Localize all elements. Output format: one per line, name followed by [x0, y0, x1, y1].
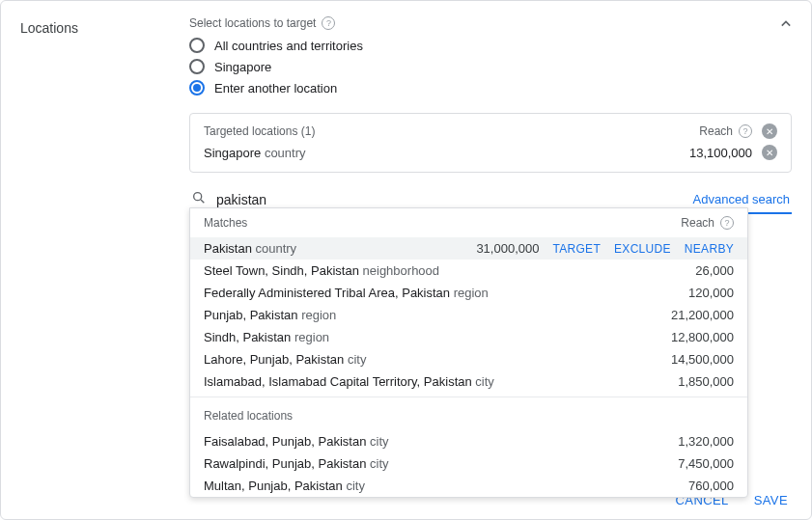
reach-value: 31,000,000 — [452, 241, 539, 256]
radio-icon — [189, 38, 205, 53]
help-icon[interactable]: ? — [739, 124, 752, 138]
svg-line-1 — [201, 200, 204, 203]
location-name: Sindh, Pakistan region — [204, 330, 647, 344]
radio-label: Enter another location — [214, 81, 337, 96]
location-type: city — [348, 352, 367, 367]
advanced-search-link[interactable]: Advanced search — [693, 192, 790, 206]
clear-all-icon[interactable]: ✕ — [762, 123, 777, 139]
subtitle-text: Select locations to target — [189, 16, 316, 30]
location-search-input[interactable] — [216, 192, 674, 207]
related-row[interactable]: Rawalpindi, Punjab, Pakistan city7,450,0… — [190, 452, 747, 475]
match-row[interactable]: Pakistan country31,000,000TARGETEXCLUDEN… — [190, 237, 747, 260]
location-name: Federally Administered Tribal Area, Paki… — [204, 286, 647, 300]
related-label: Related locations — [204, 409, 293, 423]
location-type: neighborhood — [363, 263, 440, 278]
nearby-action[interactable]: NEARBY — [685, 242, 734, 256]
reach-value: 14,500,000 — [647, 352, 734, 367]
reach-value: 12,800,000 — [647, 330, 734, 344]
targeted-location-row: Singapore country13,100,000✕ — [204, 145, 777, 160]
match-row[interactable]: Lahore, Punjab, Pakistan city14,500,000 — [190, 348, 747, 370]
help-icon[interactable]: ? — [322, 16, 335, 30]
help-icon[interactable]: ? — [720, 216, 734, 230]
reach-value: 1,850,000 — [647, 374, 734, 389]
location-type: city — [346, 479, 365, 493]
location-autocomplete-dropdown: Matches Reach ? Pakistan country31,000,0… — [189, 207, 748, 498]
reach-label: Reach — [681, 216, 714, 230]
location-name: Islamabad, Islamabad Capital Territory, … — [204, 374, 647, 389]
reach-label: Reach — [699, 124, 733, 138]
reach-value: 7,450,000 — [647, 456, 734, 471]
targeted-locations-box: Targeted locations (1) Reach ? ✕ Singapo… — [189, 113, 792, 173]
location-name: Rawalpindi, Punjab, Pakistan city — [204, 456, 647, 471]
reach-value: 26,000 — [647, 263, 734, 278]
location-type: country — [255, 241, 296, 256]
reach-value: 1,320,000 — [647, 434, 734, 449]
match-row[interactable]: Sindh, Pakistan region12,800,000 — [190, 326, 747, 348]
location-type: region — [454, 286, 489, 300]
section-body: Select locations to target ? All countri… — [189, 16, 792, 214]
save-button[interactable]: SAVE — [754, 493, 788, 507]
matches-label: Matches — [204, 216, 247, 230]
related-row[interactable]: Multan, Punjab, Pakistan city760,000 — [190, 475, 747, 497]
reach-value: 120,000 — [647, 286, 734, 300]
location-name: Steel Town, Sindh, Pakistan neighborhood — [204, 263, 647, 278]
location-name: Multan, Punjab, Pakistan city — [204, 479, 647, 493]
divider — [190, 397, 747, 397]
exclude-action[interactable]: EXCLUDE — [614, 242, 671, 256]
related-row[interactable]: Faisalabad, Punjab, Pakistan city1,320,0… — [190, 430, 747, 452]
targeted-title: Targeted locations (1) — [204, 124, 315, 138]
target-action[interactable]: TARGET — [552, 242, 601, 256]
location-type: region — [294, 330, 329, 344]
search-icon — [191, 190, 207, 208]
location-type: city — [370, 456, 389, 471]
radio-label: Singapore — [214, 60, 271, 74]
match-row[interactable]: Punjab, Pakistan region21,200,000 — [190, 304, 747, 326]
reach-value: 760,000 — [647, 479, 734, 493]
match-row[interactable]: Federally Administered Tribal Area, Paki… — [190, 282, 747, 304]
location-name: Singapore country — [204, 146, 665, 160]
radio-enter-another[interactable]: Enter another location — [189, 80, 792, 96]
match-row[interactable]: Steel Town, Sindh, Pakistan neighborhood… — [190, 260, 747, 282]
reach-value: 13,100,000 — [665, 146, 752, 160]
remove-location-icon[interactable]: ✕ — [762, 145, 777, 160]
location-type: city — [370, 434, 389, 449]
radio-icon — [189, 59, 205, 74]
svg-point-0 — [194, 193, 202, 201]
radio-icon — [189, 80, 205, 96]
location-type: region — [301, 308, 336, 322]
radio-label: All countries and territories — [214, 39, 363, 53]
locations-panel: Locations Select locations to target ? A… — [0, 0, 812, 520]
location-type: country — [265, 146, 306, 160]
location-name: Lahore, Punjab, Pakistan city — [204, 352, 647, 367]
radio-all-countries[interactable]: All countries and territories — [189, 38, 792, 53]
section-title: Locations — [20, 16, 189, 36]
radio-singapore[interactable]: Singapore — [189, 59, 792, 74]
location-name: Punjab, Pakistan region — [204, 308, 647, 322]
match-row[interactable]: Islamabad, Islamabad Capital Territory, … — [190, 370, 747, 393]
location-type: city — [475, 374, 494, 389]
reach-value: 21,200,000 — [647, 308, 734, 322]
location-name: Pakistan country — [204, 241, 452, 256]
location-name: Faisalabad, Punjab, Pakistan city — [204, 434, 647, 449]
section-subtitle: Select locations to target ? — [189, 16, 792, 30]
